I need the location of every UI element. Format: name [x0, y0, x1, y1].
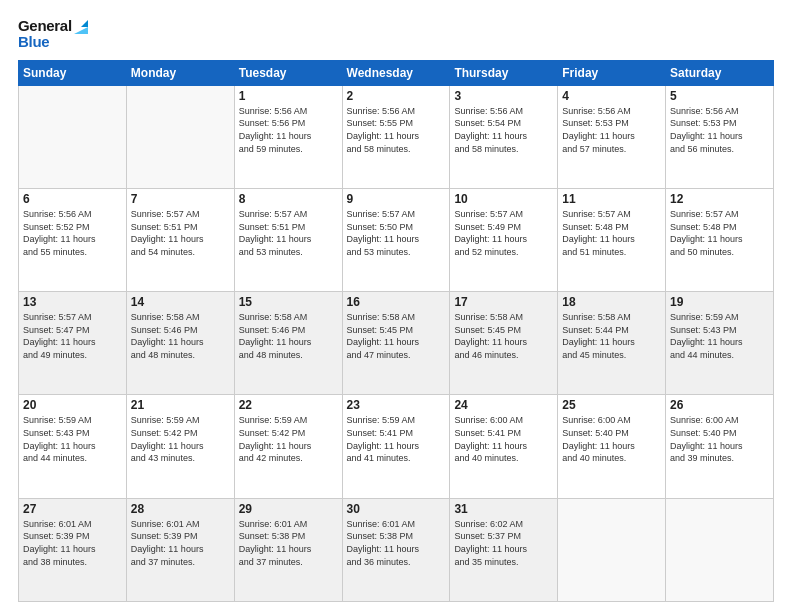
week-row-2: 6Sunrise: 5:56 AM Sunset: 5:52 PM Daylig…: [19, 189, 774, 292]
day-info: Sunrise: 6:00 AM Sunset: 5:40 PM Dayligh…: [562, 414, 661, 464]
calendar-cell: 29Sunrise: 6:01 AM Sunset: 5:38 PM Dayli…: [234, 498, 342, 601]
weekday-header-row: SundayMondayTuesdayWednesdayThursdayFrid…: [19, 60, 774, 85]
day-info: Sunrise: 5:56 AM Sunset: 5:53 PM Dayligh…: [562, 105, 661, 155]
calendar-cell: 25Sunrise: 6:00 AM Sunset: 5:40 PM Dayli…: [558, 395, 666, 498]
day-number: 1: [239, 89, 338, 103]
day-number: 12: [670, 192, 769, 206]
day-number: 17: [454, 295, 553, 309]
calendar-cell: 7Sunrise: 5:57 AM Sunset: 5:51 PM Daylig…: [126, 189, 234, 292]
calendar-cell: 6Sunrise: 5:56 AM Sunset: 5:52 PM Daylig…: [19, 189, 127, 292]
day-info: Sunrise: 6:00 AM Sunset: 5:41 PM Dayligh…: [454, 414, 553, 464]
day-info: Sunrise: 5:58 AM Sunset: 5:45 PM Dayligh…: [347, 311, 446, 361]
calendar-cell: [19, 85, 127, 188]
svg-marker-1: [81, 20, 88, 27]
day-info: Sunrise: 5:58 AM Sunset: 5:45 PM Dayligh…: [454, 311, 553, 361]
day-info: Sunrise: 5:56 AM Sunset: 5:52 PM Dayligh…: [23, 208, 122, 258]
day-number: 25: [562, 398, 661, 412]
calendar-cell: [558, 498, 666, 601]
header: General Blue: [18, 18, 774, 50]
calendar-cell: 1Sunrise: 5:56 AM Sunset: 5:56 PM Daylig…: [234, 85, 342, 188]
day-number: 29: [239, 502, 338, 516]
weekday-header-monday: Monday: [126, 60, 234, 85]
day-number: 30: [347, 502, 446, 516]
calendar-page: General Blue SundayMondayTuesdayWednesda…: [0, 0, 792, 612]
calendar-cell: 13Sunrise: 5:57 AM Sunset: 5:47 PM Dayli…: [19, 292, 127, 395]
day-number: 3: [454, 89, 553, 103]
day-info: Sunrise: 5:59 AM Sunset: 5:42 PM Dayligh…: [239, 414, 338, 464]
day-number: 23: [347, 398, 446, 412]
day-number: 2: [347, 89, 446, 103]
day-info: Sunrise: 6:01 AM Sunset: 5:38 PM Dayligh…: [239, 518, 338, 568]
weekday-header-friday: Friday: [558, 60, 666, 85]
weekday-header-thursday: Thursday: [450, 60, 558, 85]
calendar-cell: 27Sunrise: 6:01 AM Sunset: 5:39 PM Dayli…: [19, 498, 127, 601]
day-info: Sunrise: 5:59 AM Sunset: 5:43 PM Dayligh…: [670, 311, 769, 361]
day-number: 31: [454, 502, 553, 516]
calendar-cell: 2Sunrise: 5:56 AM Sunset: 5:55 PM Daylig…: [342, 85, 450, 188]
calendar-cell: 22Sunrise: 5:59 AM Sunset: 5:42 PM Dayli…: [234, 395, 342, 498]
day-info: Sunrise: 5:59 AM Sunset: 5:41 PM Dayligh…: [347, 414, 446, 464]
day-info: Sunrise: 5:57 AM Sunset: 5:49 PM Dayligh…: [454, 208, 553, 258]
calendar-cell: 19Sunrise: 5:59 AM Sunset: 5:43 PM Dayli…: [666, 292, 774, 395]
logo-svg: General Blue: [18, 18, 88, 50]
calendar-cell: 20Sunrise: 5:59 AM Sunset: 5:43 PM Dayli…: [19, 395, 127, 498]
day-number: 15: [239, 295, 338, 309]
day-info: Sunrise: 5:58 AM Sunset: 5:46 PM Dayligh…: [131, 311, 230, 361]
calendar-cell: 26Sunrise: 6:00 AM Sunset: 5:40 PM Dayli…: [666, 395, 774, 498]
day-number: 4: [562, 89, 661, 103]
day-number: 7: [131, 192, 230, 206]
week-row-5: 27Sunrise: 6:01 AM Sunset: 5:39 PM Dayli…: [19, 498, 774, 601]
weekday-header-wednesday: Wednesday: [342, 60, 450, 85]
logo: General Blue: [18, 18, 88, 50]
week-row-4: 20Sunrise: 5:59 AM Sunset: 5:43 PM Dayli…: [19, 395, 774, 498]
calendar-cell: 18Sunrise: 5:58 AM Sunset: 5:44 PM Dayli…: [558, 292, 666, 395]
day-info: Sunrise: 5:57 AM Sunset: 5:51 PM Dayligh…: [239, 208, 338, 258]
day-number: 20: [23, 398, 122, 412]
calendar-cell: 12Sunrise: 5:57 AM Sunset: 5:48 PM Dayli…: [666, 189, 774, 292]
day-info: Sunrise: 6:01 AM Sunset: 5:38 PM Dayligh…: [347, 518, 446, 568]
calendar-cell: 11Sunrise: 5:57 AM Sunset: 5:48 PM Dayli…: [558, 189, 666, 292]
day-info: Sunrise: 5:56 AM Sunset: 5:53 PM Dayligh…: [670, 105, 769, 155]
day-number: 9: [347, 192, 446, 206]
day-info: Sunrise: 5:56 AM Sunset: 5:54 PM Dayligh…: [454, 105, 553, 155]
day-number: 26: [670, 398, 769, 412]
calendar-cell: 17Sunrise: 5:58 AM Sunset: 5:45 PM Dayli…: [450, 292, 558, 395]
calendar-cell: 16Sunrise: 5:58 AM Sunset: 5:45 PM Dayli…: [342, 292, 450, 395]
day-info: Sunrise: 5:57 AM Sunset: 5:48 PM Dayligh…: [670, 208, 769, 258]
day-info: Sunrise: 5:58 AM Sunset: 5:44 PM Dayligh…: [562, 311, 661, 361]
weekday-header-sunday: Sunday: [19, 60, 127, 85]
calendar-cell: [666, 498, 774, 601]
week-row-1: 1Sunrise: 5:56 AM Sunset: 5:56 PM Daylig…: [19, 85, 774, 188]
calendar-cell: 4Sunrise: 5:56 AM Sunset: 5:53 PM Daylig…: [558, 85, 666, 188]
calendar-cell: 5Sunrise: 5:56 AM Sunset: 5:53 PM Daylig…: [666, 85, 774, 188]
calendar-table: SundayMondayTuesdayWednesdayThursdayFrid…: [18, 60, 774, 602]
day-info: Sunrise: 5:57 AM Sunset: 5:47 PM Dayligh…: [23, 311, 122, 361]
week-row-3: 13Sunrise: 5:57 AM Sunset: 5:47 PM Dayli…: [19, 292, 774, 395]
day-info: Sunrise: 5:56 AM Sunset: 5:56 PM Dayligh…: [239, 105, 338, 155]
day-number: 21: [131, 398, 230, 412]
day-info: Sunrise: 5:59 AM Sunset: 5:42 PM Dayligh…: [131, 414, 230, 464]
svg-marker-0: [74, 27, 88, 34]
calendar-cell: 3Sunrise: 5:56 AM Sunset: 5:54 PM Daylig…: [450, 85, 558, 188]
calendar-cell: 31Sunrise: 6:02 AM Sunset: 5:37 PM Dayli…: [450, 498, 558, 601]
day-info: Sunrise: 5:57 AM Sunset: 5:48 PM Dayligh…: [562, 208, 661, 258]
day-number: 27: [23, 502, 122, 516]
day-number: 10: [454, 192, 553, 206]
day-info: Sunrise: 5:57 AM Sunset: 5:51 PM Dayligh…: [131, 208, 230, 258]
day-number: 18: [562, 295, 661, 309]
day-number: 24: [454, 398, 553, 412]
day-number: 22: [239, 398, 338, 412]
day-info: Sunrise: 6:01 AM Sunset: 5:39 PM Dayligh…: [23, 518, 122, 568]
day-info: Sunrise: 6:00 AM Sunset: 5:40 PM Dayligh…: [670, 414, 769, 464]
weekday-header-tuesday: Tuesday: [234, 60, 342, 85]
day-info: Sunrise: 5:56 AM Sunset: 5:55 PM Dayligh…: [347, 105, 446, 155]
day-number: 11: [562, 192, 661, 206]
calendar-cell: 21Sunrise: 5:59 AM Sunset: 5:42 PM Dayli…: [126, 395, 234, 498]
day-info: Sunrise: 5:57 AM Sunset: 5:50 PM Dayligh…: [347, 208, 446, 258]
day-number: 16: [347, 295, 446, 309]
day-number: 14: [131, 295, 230, 309]
day-number: 5: [670, 89, 769, 103]
calendar-cell: 10Sunrise: 5:57 AM Sunset: 5:49 PM Dayli…: [450, 189, 558, 292]
calendar-cell: 23Sunrise: 5:59 AM Sunset: 5:41 PM Dayli…: [342, 395, 450, 498]
day-info: Sunrise: 6:01 AM Sunset: 5:39 PM Dayligh…: [131, 518, 230, 568]
